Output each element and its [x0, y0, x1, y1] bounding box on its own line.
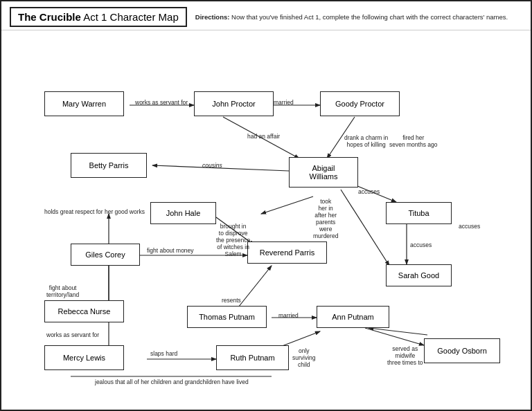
label-fired-her: fired her seven months ago — [389, 127, 437, 148]
char-john-proctor: John Proctor — [194, 91, 274, 116]
label-jealous: jealous that all of her children and gra… — [95, 378, 249, 385]
char-ruth-putnam: Ruth Putnam — [216, 345, 289, 370]
label-works-servant2: works as servant for — [46, 331, 99, 338]
char-goody-proctor: Goody Proctor — [320, 91, 400, 116]
directions-label: Directions: — [195, 13, 230, 21]
char-sarah-good: Sarah Good — [386, 264, 452, 286]
title-rest: Act 1 Character Map — [81, 11, 179, 23]
char-betty-parris: Betty Parris — [71, 153, 147, 178]
char-giles-corey: Giles Corey — [71, 244, 140, 266]
char-mary-warren: Mary Warren — [44, 91, 124, 116]
char-abigail-williams: Abigail Williams — [289, 157, 358, 188]
label-married1: married — [274, 99, 294, 106]
char-thomas-putnam: Thomas Putnam — [187, 306, 267, 328]
label-accuses1: accuses — [358, 188, 380, 195]
char-goody-osborn: Goody Osborn — [424, 338, 500, 363]
label-cousin: cousins — [202, 162, 222, 169]
label-accuses3: accuses — [459, 223, 480, 230]
label-accuses2: accuses — [410, 241, 432, 248]
label-brought-in: brought in to disprove the presence of w… — [216, 216, 250, 257]
svg-line-9 — [261, 197, 313, 214]
char-rebecca-nurse: Rebecca Nurse — [44, 300, 124, 322]
label-served-midwife: served as midwife three times to — [387, 338, 423, 366]
label-slaps-hard: slaps hard — [150, 350, 177, 357]
label-works-servant: works as servant for — [135, 99, 188, 106]
label-fight-money: fight about money — [147, 247, 194, 254]
label-resents: resents — [222, 297, 241, 304]
header: The Crucible Act 1 Character Map Directi… — [1, 1, 531, 30]
char-ann-putnam: Ann Putnam — [317, 306, 389, 328]
directions-text: Now that you've finished Act 1, complete… — [229, 13, 508, 21]
map-area: Mary Warren John Proctor Goody Proctor B… — [1, 30, 531, 404]
label-had-affair: had an affair — [247, 133, 280, 140]
label-took-her-in: took her in after her parents were murde… — [313, 191, 338, 239]
char-john-hale: John Hale — [150, 202, 216, 224]
title-box: The Crucible Act 1 Character Map — [10, 7, 187, 27]
title-bold: The Crucible — [18, 11, 81, 23]
svg-line-18 — [369, 328, 427, 335]
label-holds-great: holds great respect for her good works — [44, 208, 145, 215]
label-drank-charm: drank a charm in hopes of killing — [344, 127, 388, 148]
char-reverend-parris: Reverend Parris — [247, 241, 327, 264]
label-married2: married — [278, 312, 299, 319]
char-mercy-lewis: Mercy Lewis — [44, 345, 124, 370]
label-fight-territory: fight about territory/land — [46, 277, 79, 298]
label-only-surviving: only surviving child — [292, 340, 316, 368]
char-tituba: Tituba — [386, 202, 452, 224]
page: The Crucible Act 1 Character Map Directi… — [0, 0, 532, 411]
svg-line-7 — [341, 190, 389, 266]
directions: Directions: Now that you've finished Act… — [195, 13, 522, 21]
